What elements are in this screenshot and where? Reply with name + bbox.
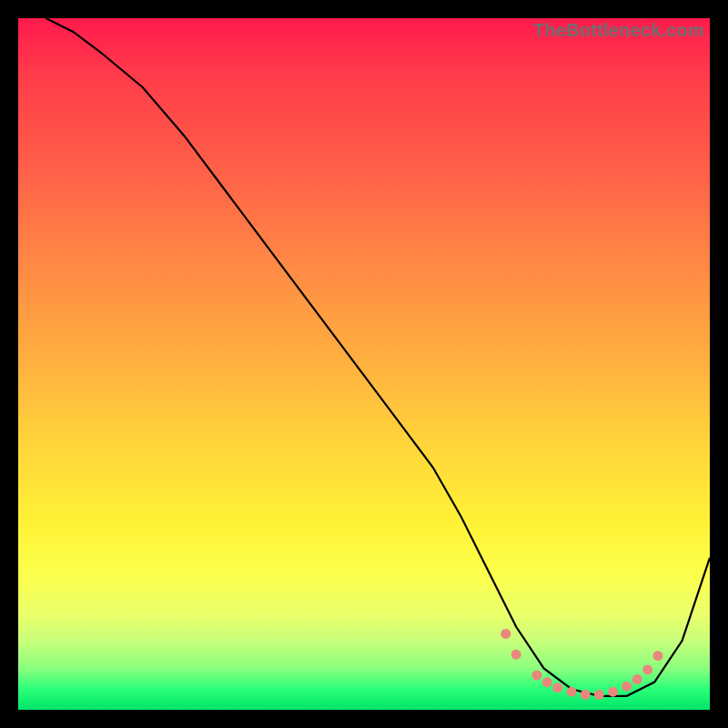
- marker-dot: [622, 682, 632, 692]
- chart-svg: [18, 18, 710, 710]
- marker-dot: [653, 651, 663, 661]
- marker-dot: [500, 629, 511, 639]
- marker-dot: [632, 674, 642, 684]
- marker-dot: [567, 687, 577, 697]
- chart-frame: TheBottleneck.com: [0, 0, 728, 728]
- marker-dot: [608, 687, 618, 697]
- marker-dot: [552, 682, 562, 693]
- bottleneck-curve: [46, 18, 710, 696]
- marker-dot: [642, 664, 652, 674]
- marker-dot: [532, 671, 542, 681]
- marker-dot: [511, 650, 521, 660]
- marker-dot: [581, 690, 591, 700]
- marker-dot: [594, 690, 604, 700]
- plot-area: TheBottleneck.com: [18, 18, 710, 710]
- marker-dot: [542, 677, 552, 687]
